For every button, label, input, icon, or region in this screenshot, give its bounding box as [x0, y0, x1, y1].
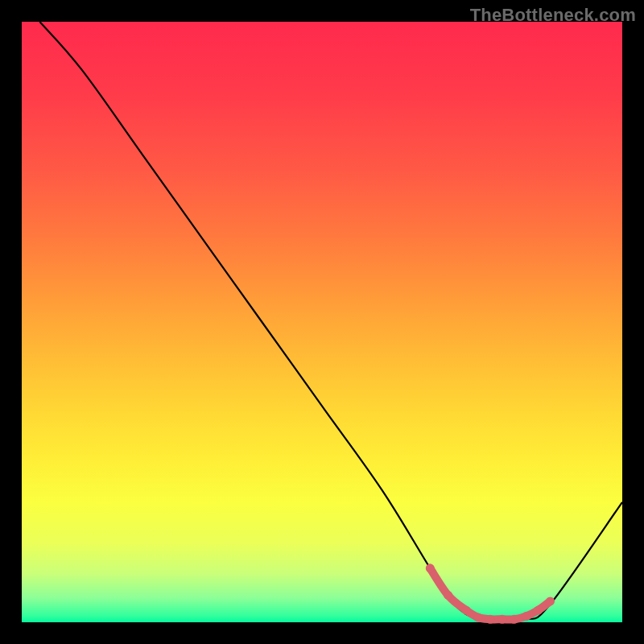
highlight-dot [473, 613, 482, 622]
highlight-dot [510, 615, 518, 624]
highlight-dot [444, 591, 452, 600]
highlight-dot [522, 612, 530, 621]
highlight-dot [426, 564, 435, 572]
chart-svg [22, 22, 622, 622]
plot-area [22, 22, 622, 622]
attribution-text: TheBottleneck.com [470, 5, 636, 26]
highlight-dot [497, 615, 506, 624]
highlight-dot [546, 597, 555, 605]
highlight-dot [485, 615, 494, 624]
highlight-dot [462, 606, 471, 615]
highlight-dot [534, 606, 543, 615]
main-curve [39, 22, 622, 621]
chart-stage: TheBottleneck.com [0, 0, 644, 644]
